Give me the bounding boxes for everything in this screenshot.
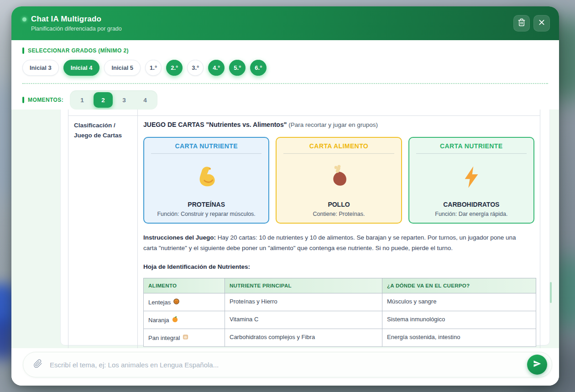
game-card-proteinas: CARTA NUTRIENTE PROTEÍNAS — [143, 137, 269, 224]
instructions-label: Instrucciones del Juego: — [143, 234, 216, 241]
high-voltage-icon — [459, 154, 484, 201]
nutrient-table-row: Lentejas Proteínas y Hierro Músculos y s… — [144, 293, 536, 311]
dialog-title: Chat IA Multigrado — [31, 15, 101, 24]
stew-pan-icon — [173, 298, 180, 306]
momento-1-button[interactable]: 1 — [73, 92, 92, 108]
nutrient-cell: Vitamina C — [225, 311, 382, 329]
grade-pill-1[interactable]: 1.° — [145, 60, 162, 76]
grade-pill-5[interactable]: 5.° — [229, 60, 246, 76]
food-name: Lentejas — [148, 299, 171, 306]
nutrient-table: ALIMENTO NUTRIENTE PRINCIPAL ¿A DÓNDE VA… — [143, 278, 536, 347]
attach-file-button[interactable] — [33, 359, 42, 370]
dialog-subtitle: Planificación diferenciada por grado — [31, 26, 510, 32]
grade-pill-6[interactable]: 6.° — [250, 60, 267, 76]
grade-pill-inicial-5[interactable]: Inicial 5 — [104, 60, 141, 76]
card-description: Función: Construir y reparar músculos. — [157, 211, 255, 217]
grade-pill-2[interactable]: 2.° — [166, 60, 183, 76]
planning-table: Clasificación / Juego de Cartas JUEGO DE… — [68, 110, 540, 348]
column-header: NUTRIENTE PRINCIPAL — [225, 278, 382, 293]
composer-bar — [11, 348, 559, 386]
send-icon — [533, 359, 542, 370]
paperclip-icon — [33, 359, 42, 370]
message-input-container — [23, 352, 552, 377]
trash-icon — [518, 18, 526, 28]
row-content: JUEGO DE CARTAS "Nutrientes vs. Alimento… — [138, 116, 540, 349]
destination-cell: Sistema inmunológico — [382, 311, 536, 329]
chat-dialog: Chat IA Multigrado Planificación diferen… — [11, 6, 559, 386]
nutrient-cell: Proteínas y Hierro — [225, 293, 382, 311]
sheet-title: Hoja de Identificación de Nutrientes: — [143, 263, 534, 270]
grade-selector-label: SELECCIONAR GRADOS (MÍNIMO 2) — [22, 47, 548, 54]
column-header: ALIMENTO — [144, 278, 225, 293]
momentos-group: 1 2 3 4 — [70, 90, 157, 110]
nutrient-table-header-row: ALIMENTO NUTRIENTE PRINCIPAL ¿A DÓNDE VA… — [144, 278, 536, 293]
momentos-row: MOMENTOS: 1 2 3 4 — [22, 90, 548, 110]
card-type-label: CARTA ALIMENTO — [309, 142, 368, 150]
clear-chat-button[interactable] — [513, 15, 530, 31]
send-button[interactable] — [527, 355, 547, 375]
card-name: POLLO — [328, 201, 350, 208]
game-card-pollo: CARTA ALIMENTO — [276, 137, 402, 224]
card-type-label: CARTA NUTRIENTE — [440, 142, 502, 150]
activity-heading: JUEGO DE CARTAS "Nutrientes vs. Alimento… — [143, 120, 534, 130]
dialog-header: Chat IA Multigrado Planificación diferen… — [11, 6, 559, 40]
momento-3-button[interactable]: 3 — [115, 92, 134, 108]
header-text-block: Chat IA Multigrado Planificación diferen… — [22, 15, 510, 32]
row-label: Clasificación / Juego de Cartas — [68, 116, 138, 349]
card-description: Función: Dar energía rápida. — [435, 211, 507, 217]
card-name: CARBOHIDRATOS — [443, 201, 499, 208]
nutrient-table-row: Pan integral Carbohidratos complejos y F… — [144, 329, 536, 347]
game-card-carbohidratos: CARTA NUTRIENTE CARBOHIDRATOS Función: D… — [408, 137, 534, 224]
grade-pill-inicial-4[interactable]: Inicial 4 — [63, 60, 100, 76]
chat-scroll-area[interactable]: Clasificación / Juego de Cartas JUEGO DE… — [11, 110, 559, 348]
close-icon — [538, 19, 545, 28]
poultry-leg-icon — [326, 154, 351, 201]
momentos-label: MOMENTOS: — [22, 97, 63, 103]
grade-pill-inicial-3[interactable]: Inicial 3 — [22, 60, 59, 76]
topic-input[interactable] — [50, 361, 527, 369]
destination-cell: Energía sostenida, intestino — [382, 329, 536, 347]
status-dot — [22, 17, 26, 21]
scrollbar-thumb[interactable] — [550, 282, 552, 303]
momento-4-button[interactable]: 4 — [136, 92, 155, 108]
table-row-clipped — [68, 110, 540, 116]
game-instructions: Instrucciones del Juego: Hay 20 cartas: … — [143, 233, 529, 253]
selector-section: SELECCIONAR GRADOS (MÍNIMO 2) Inicial 3 … — [11, 40, 559, 110]
table-row: Clasificación / Juego de Cartas JUEGO DE… — [68, 116, 540, 349]
card-name: PROTEÍNAS — [188, 201, 225, 208]
close-button[interactable] — [533, 15, 550, 31]
nutrient-cell: Carbohidratos complejos y Fibra — [225, 329, 382, 347]
tangerine-icon — [172, 316, 178, 324]
assistant-message-card: Clasificación / Juego de Cartas JUEGO DE… — [60, 110, 550, 345]
activity-heading-note: (Para recortar y jugar en grupos) — [288, 121, 378, 128]
nutrient-table-row: Naranja Vitamina C Sistema inmunológico — [144, 311, 536, 329]
card-type-label: CARTA NUTRIENTE — [175, 142, 237, 150]
card-description: Contiene: Proteínas. — [313, 211, 365, 217]
dotted-divider — [22, 83, 548, 84]
bread-icon — [182, 334, 189, 342]
flexed-biceps-icon — [194, 154, 219, 201]
food-name: Naranja — [148, 317, 169, 324]
destination-cell: Músculos y sangre — [382, 293, 536, 311]
food-name: Pan integral — [148, 335, 180, 341]
grade-pill-row: Inicial 3 Inicial 4 Inicial 5 1.° 2.° 3.… — [22, 60, 548, 76]
activity-heading-title: JUEGO DE CARTAS "Nutrientes vs. Alimento… — [143, 121, 287, 128]
grade-pill-4[interactable]: 4.° — [208, 60, 225, 76]
column-header: ¿A DÓNDE VA EN EL CUERPO? — [382, 278, 536, 293]
game-cards-row: CARTA NUTRIENTE PROTEÍNAS — [143, 137, 534, 224]
momento-2-button[interactable]: 2 — [94, 92, 113, 108]
grade-pill-3[interactable]: 3.° — [187, 60, 204, 76]
